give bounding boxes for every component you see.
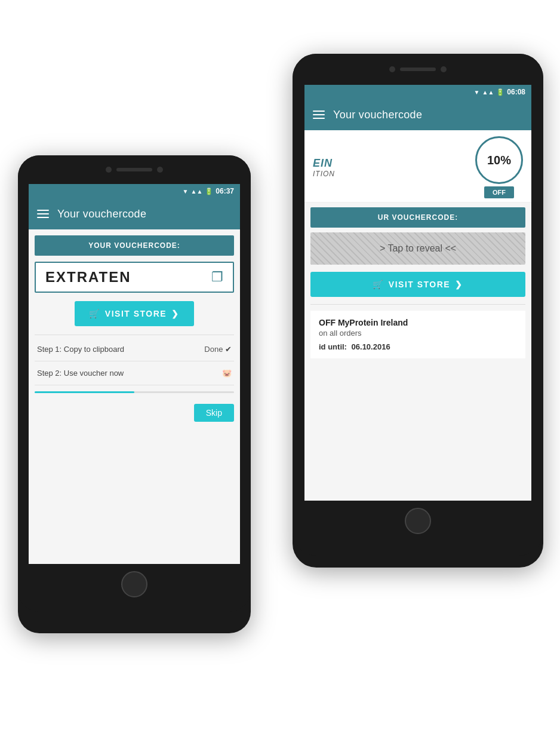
back-visit-store-button[interactable]: 🛒 VISIT STORE ❯: [310, 272, 525, 297]
front-visit-store-container: 🛒 VISIT STORE ❯: [35, 301, 234, 326]
front-phone-top-bar: [18, 155, 251, 184]
progress-bar-fill: [35, 391, 134, 393]
front-visit-store-label: VISIT STORE: [105, 309, 167, 318]
camera-lens: [389, 66, 395, 72]
skip-button[interactable]: Skip: [194, 404, 234, 422]
discount-circle: 10%: [475, 136, 523, 184]
arrow-right-icon: ❯: [455, 280, 463, 289]
brand-sub-text: ITION: [313, 170, 335, 178]
progress-bar-container: [35, 391, 234, 393]
front-hamburger-menu[interactable]: [37, 210, 49, 218]
front-camera-lens-2: [157, 167, 163, 173]
front-app-title: Your vouchercode: [57, 208, 146, 220]
copy-icon: ❐: [211, 269, 223, 285]
camera-lens-2: [441, 66, 447, 72]
checkmark-icon: ✔: [225, 345, 232, 354]
discount-percentage: 10%: [487, 154, 511, 167]
front-arrow-right-icon: ❯: [171, 309, 180, 318]
front-wifi-icon: ▼: [183, 188, 189, 195]
cart-icon: 🛒: [373, 280, 384, 289]
brand-logo-text: EIN: [313, 157, 333, 169]
front-phone-bottom-bar: [18, 571, 251, 612]
deal-info-section: OFF MyProtein Ireland on all orders id u…: [310, 311, 525, 358]
hamburger-line-2: [313, 114, 325, 115]
step-2-row: Step 2: Use voucher now 🐷: [35, 361, 234, 385]
front-app-bar: Your vouchercode: [29, 198, 240, 229]
signal-icon: ▲▲: [482, 89, 494, 96]
discount-off-badge: OFF: [484, 186, 514, 198]
front-cart-icon: 🛒: [89, 309, 100, 318]
deal-valid: id until: 06.10.2016: [319, 342, 517, 351]
back-app-bar: Your vouchercode: [304, 99, 531, 130]
back-visit-store-container: 🛒 VISIT STORE ❯: [304, 272, 531, 304]
front-hamburger-line-2: [37, 213, 49, 214]
back-phone-top-bar: [293, 54, 543, 85]
step-2-label: Step 2: Use voucher now: [37, 369, 124, 378]
front-camera-lens: [106, 167, 112, 173]
back-app-title: Your vouchercode: [333, 109, 422, 121]
back-time: 06:08: [507, 88, 525, 96]
back-status-bar: ▼ ▲▲ 🔋 06:08: [304, 85, 531, 99]
back-home-button[interactable]: [405, 508, 431, 534]
front-time: 06:37: [216, 187, 234, 195]
front-home-button[interactable]: [121, 571, 147, 597]
back-divider: [310, 304, 525, 305]
piggy-icon: 🐷: [222, 369, 232, 378]
hamburger-line-3: [313, 118, 325, 119]
voucher-code-box[interactable]: EXTRATEN ❐: [35, 262, 234, 293]
deal-valid-date: 06.10.2016: [352, 342, 390, 351]
back-visit-store-label: VISIT STORE: [389, 280, 450, 289]
front-hamburger-line-1: [37, 210, 49, 211]
back-phone-bottom-bar: [293, 508, 543, 556]
front-battery-icon: 🔋: [205, 188, 213, 195]
step-1-status: Done ✔: [204, 345, 232, 354]
step-1-status-text: Done: [204, 345, 223, 354]
front-speaker: [116, 168, 152, 171]
skip-container: Skip: [35, 398, 234, 422]
front-phone-screen: ▼ ▲▲ 🔋 06:37 Your vouchercode YOUR VOUCH…: [29, 184, 240, 564]
deal-subtitle: on all orders: [319, 329, 517, 338]
front-status-bar: ▼ ▲▲ 🔋 06:37: [29, 184, 240, 198]
brand-discount-row: EIN ITION 10% OFF: [304, 130, 531, 203]
tap-to-reveal-box[interactable]: > Tap to reveal <<: [310, 232, 525, 265]
back-hamburger-menu[interactable]: [313, 111, 325, 119]
front-visit-store-button[interactable]: 🛒 VISIT STORE ❯: [75, 301, 193, 326]
front-screen-content: YOUR VOUCHERCODE: EXTRATEN ❐ 🛒 VISIT STO…: [29, 229, 240, 564]
front-phone: ▼ ▲▲ 🔋 06:37 Your vouchercode YOUR VOUCH…: [18, 155, 251, 633]
battery-icon: 🔋: [496, 88, 504, 96]
tap-to-reveal-text: > Tap to reveal <<: [380, 243, 456, 254]
step-1-row: Step 1: Copy to clipboard Done ✔: [35, 338, 234, 361]
wifi-icon: ▼: [474, 89, 480, 96]
step-1-label: Step 1: Copy to clipboard: [37, 345, 124, 354]
front-voucher-header: YOUR VOUCHERCODE:: [35, 235, 234, 256]
back-voucher-header: UR VOUCHERCODE:: [310, 207, 525, 228]
back-phone-screen: ▼ ▲▲ 🔋 06:08 Your vouchercode EIN ITION …: [304, 85, 531, 501]
speaker: [400, 68, 436, 71]
front-divider-1: [35, 335, 234, 335]
discount-container: 10% OFF: [475, 136, 523, 198]
hamburger-line-1: [313, 111, 325, 112]
deal-valid-label: id until:: [319, 342, 347, 351]
brand-logo-area: EIN ITION: [313, 157, 335, 178]
back-phone: ▼ ▲▲ 🔋 06:08 Your vouchercode EIN ITION …: [293, 54, 543, 568]
deal-title: OFF MyProtein Ireland: [319, 318, 517, 327]
front-hamburger-line-3: [37, 217, 49, 218]
front-signal-icon: ▲▲: [191, 188, 203, 195]
voucher-code-text: EXTRATEN: [45, 269, 131, 286]
